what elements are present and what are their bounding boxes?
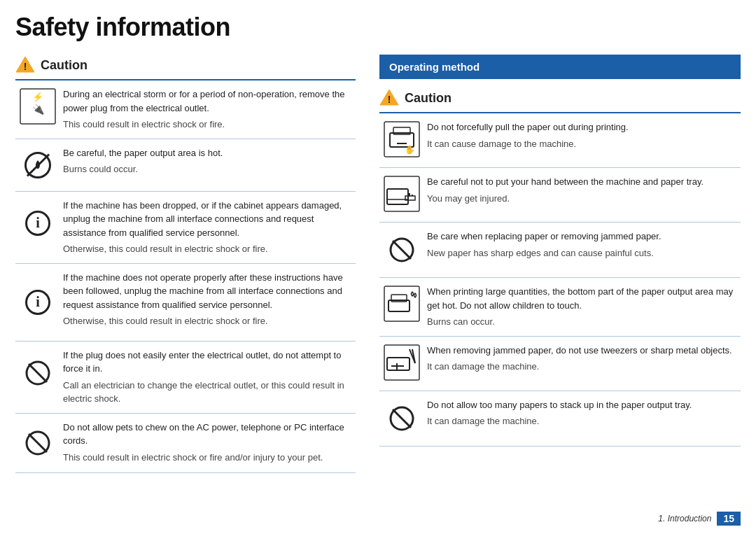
table-row: Be careful, the paper output area is hot…: [15, 139, 356, 191]
info-icon-1: i: [25, 211, 50, 236]
svg-rect-25: [387, 358, 410, 370]
hot-output-icon: [383, 285, 421, 323]
caution-icon-left: !: [15, 55, 35, 76]
table-row: Do not allow too many papers to stack up…: [379, 391, 741, 446]
table-row: ⚡ 🔌 During an electrical storm or for a …: [15, 80, 356, 139]
no-icon-1: [24, 360, 51, 386]
svg-text:!: !: [24, 61, 27, 72]
icon-cell: [379, 223, 427, 278]
svg-rect-24: [384, 345, 419, 380]
icon-cell: [15, 139, 63, 191]
no-icon-4: [388, 405, 415, 432]
svg-text:🔌: 🔌: [32, 104, 45, 115]
svg-line-6: [29, 364, 47, 382]
svg-line-8: [29, 434, 47, 452]
paper-pull-icon: ✋: [383, 120, 421, 158]
table-row: i If the machine does not operate proper…: [15, 263, 356, 341]
text-cell: When removing jammed paper, do not use t…: [427, 336, 741, 391]
right-safety-table: ✋ Do not forcefully pull the paper out d…: [379, 113, 741, 447]
text-cell: Do not allow pets to chew on the AC powe…: [63, 413, 356, 472]
page-footer: 1. Introduction 15: [658, 512, 741, 526]
hand-trap-icon: [383, 175, 421, 213]
right-caution-heading: ! Caution: [379, 87, 741, 109]
table-row: i If the machine has been dropped, or if…: [15, 191, 356, 263]
text-cell: When printing large quantities, the bott…: [427, 278, 741, 337]
icon-cell: ✋: [379, 113, 427, 168]
table-row: When removing jammed paper, do not use t…: [379, 336, 741, 391]
icon-cell: [379, 336, 427, 391]
text-cell: During an electrical storm or for a peri…: [63, 80, 356, 139]
left-column: ! Caution ⚡ 🔌: [15, 55, 372, 473]
text-cell: Be careful, the paper output area is hot…: [63, 139, 356, 191]
icon-cell: i: [15, 263, 63, 341]
left-caution-heading: ! Caution: [15, 55, 356, 76]
svg-line-31: [393, 409, 411, 428]
text-cell: If the machine does not operate properly…: [63, 263, 356, 341]
table-row: Do not allow pets to chew on the AC powe…: [15, 413, 356, 472]
right-column: Operating method ! Caution: [372, 55, 741, 473]
text-cell: Be care when replacing paper or removing…: [427, 223, 741, 278]
info-icon-2: i: [25, 290, 50, 315]
table-row: If the plug does not easily enter the el…: [15, 341, 356, 413]
operating-method-banner: Operating method: [379, 55, 741, 79]
text-cell: Be careful not to put your hand between …: [427, 168, 741, 223]
text-cell: If the plug does not easily enter the el…: [63, 341, 356, 413]
text-cell: Do not forcefully pull the paper out dur…: [427, 113, 741, 168]
no-icon-2: [24, 430, 51, 456]
icon-cell: [379, 278, 427, 337]
left-caution-label: Caution: [41, 58, 88, 73]
svg-text:!: !: [388, 94, 391, 105]
text-cell: Do not allow too many papers to stack up…: [427, 391, 741, 446]
svg-text:✋: ✋: [405, 144, 415, 155]
icon-cell: ⚡ 🔌: [15, 80, 63, 139]
footer-label: 1. Introduction: [658, 514, 711, 524]
table-row: Be care when replacing paper or removing…: [379, 223, 741, 278]
page-title: Safety information: [15, 13, 741, 42]
page-number: 15: [717, 512, 741, 526]
svg-rect-21: [384, 286, 419, 321]
right-caution-label: Caution: [405, 91, 451, 106]
no-icon-3: [388, 237, 415, 263]
svg-line-20: [393, 241, 411, 259]
icon-cell: [15, 341, 63, 413]
no-touch-icon: [24, 152, 51, 178]
table-row: ✋ Do not forcefully pull the paper out d…: [379, 113, 741, 168]
icon-cell: i: [15, 191, 63, 263]
icon-cell: [379, 391, 427, 446]
icon-cell: [15, 413, 63, 472]
table-row: When printing large quantities, the bott…: [379, 278, 741, 337]
icon-cell: [379, 168, 427, 223]
caution-icon-right: !: [379, 87, 399, 109]
svg-rect-16: [384, 176, 419, 211]
svg-text:⚡: ⚡: [32, 91, 44, 103]
left-safety-table: ⚡ 🔌 During an electrical storm or for a …: [15, 80, 356, 473]
jammed-paper-icon: [383, 344, 421, 381]
text-cell: If the machine has been dropped, or if t…: [63, 191, 356, 263]
table-row: Be careful not to put your hand between …: [379, 168, 741, 223]
electrical-storm-icon: ⚡ 🔌: [19, 87, 57, 125]
